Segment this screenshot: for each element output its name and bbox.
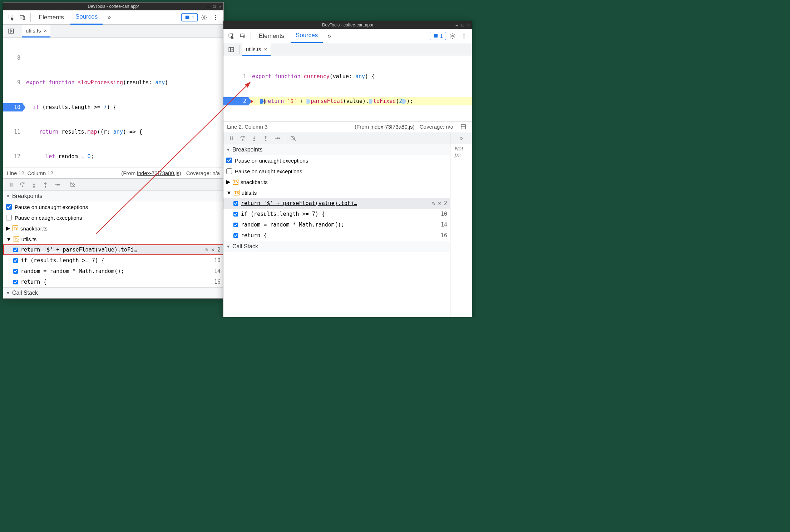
pause-uncaught-checkbox[interactable] [6, 204, 12, 210]
debug-right-pane: » Not pa [450, 132, 472, 317]
deactivate-breakpoints-icon[interactable] [288, 133, 298, 143]
file-label: snackbar.ts [241, 179, 268, 185]
device-icon[interactable] [238, 31, 248, 41]
pause-caught-checkbox[interactable] [226, 168, 232, 174]
line-number-bp[interactable]: 2 [223, 97, 248, 105]
breakpoint-entry[interactable]: random = random * Math.random(); 14 [223, 219, 450, 230]
breakpoint-checkbox[interactable] [233, 201, 238, 206]
issues-button[interactable]: 1 [430, 32, 446, 40]
pause-caught-checkbox[interactable] [6, 215, 12, 220]
disclosure-icon: ▼ [6, 194, 10, 198]
inspect-icon[interactable] [6, 13, 16, 23]
show-coverage-icon[interactable] [458, 122, 468, 132]
breakpoint-checkbox[interactable] [233, 233, 238, 238]
breakpoint-file-snackbar[interactable]: ▶ TS snackbar.ts [3, 223, 223, 234]
toggle-navigator-icon[interactable] [6, 26, 16, 36]
code-editor[interactable]: 8 9export function slowProcessing(result… [3, 38, 223, 168]
breakpoints-header[interactable]: ▼ Breakpoints [223, 144, 450, 155]
line-number[interactable]: 12 [3, 153, 23, 161]
breakpoint-checkbox[interactable] [13, 280, 18, 284]
breakpoint-checkbox[interactable] [13, 269, 18, 274]
svg-point-15 [59, 184, 60, 185]
step-into-icon[interactable] [249, 133, 259, 143]
remove-icon[interactable]: × [211, 247, 214, 253]
pause-icon[interactable] [226, 133, 236, 143]
disclosure-icon: ▼ [226, 148, 230, 152]
pause-uncaught-row[interactable]: Pause on uncaught exceptions [223, 155, 450, 166]
breakpoint-entry[interactable]: return { 16 [223, 230, 450, 241]
tab-sources[interactable]: Sources [70, 10, 103, 25]
step-icon[interactable] [52, 180, 62, 190]
minimize-button[interactable]: – [456, 23, 458, 27]
more-tabs-icon[interactable]: » [324, 31, 334, 41]
step-out-icon[interactable] [261, 133, 271, 143]
line-number[interactable]: 8 [3, 54, 23, 62]
deactivate-breakpoints-icon[interactable] [68, 180, 78, 190]
line-number-bp[interactable]: 10 [3, 103, 23, 111]
breakpoint-checkbox[interactable] [233, 223, 238, 227]
inline-breakpoint-icon[interactable] [306, 99, 310, 104]
pause-icon[interactable] [6, 180, 16, 190]
remove-icon[interactable]: × [438, 200, 441, 207]
breakpoint-checkbox[interactable] [13, 258, 18, 263]
filetab-utils[interactable]: utils.ts × [22, 25, 50, 38]
step-over-icon[interactable] [18, 180, 28, 190]
close-button[interactable]: × [468, 23, 470, 27]
breakpoints-header[interactable]: ▼ Breakpoints [3, 191, 223, 202]
edit-icon[interactable]: ✎ [205, 247, 208, 253]
inspect-icon[interactable] [226, 31, 236, 41]
step-over-icon[interactable] [238, 133, 248, 143]
line-number[interactable]: 1 [223, 73, 248, 81]
pause-caught-row[interactable]: Pause on caught exceptions [223, 166, 450, 176]
step-into-icon[interactable] [29, 180, 39, 190]
breakpoint-checkbox[interactable] [233, 212, 238, 217]
breakpoint-entry[interactable]: return '$' + parseFloat(value).toFi… ✎×2 [3, 244, 223, 255]
gear-icon[interactable] [199, 13, 209, 23]
issues-button[interactable]: 1 [181, 13, 198, 21]
close-icon[interactable]: × [264, 46, 267, 52]
breakpoint-file-snackbar[interactable]: ▶ TS snackbar.ts [223, 176, 450, 187]
more-tabs-icon[interactable]: » [104, 13, 114, 23]
code-editor[interactable]: 1export function currency(value: any) { … [223, 56, 472, 121]
step-out-icon[interactable] [40, 180, 50, 190]
maximize-button[interactable]: □ [213, 4, 216, 9]
source-link[interactable]: index-73f73a80.js [370, 124, 413, 130]
device-icon[interactable] [18, 13, 28, 23]
kebab-icon[interactable] [211, 13, 221, 23]
minimize-button[interactable]: – [207, 4, 209, 9]
close-button[interactable]: × [219, 4, 221, 9]
toggle-navigator-icon[interactable] [226, 45, 236, 55]
breakpoint-label: if (results.length >= 7) { [21, 257, 105, 264]
window-title: DevTools - coffee-cart.app/ [322, 23, 373, 28]
maximize-button[interactable]: □ [461, 23, 464, 27]
line-number[interactable]: 11 [3, 128, 23, 136]
tab-sources[interactable]: Sources [291, 29, 323, 43]
breakpoint-file-utils[interactable]: ▼ TS utils.ts [3, 234, 223, 244]
breakpoint-entry[interactable]: if (results.length >= 7) { 10 [223, 209, 450, 219]
source-link[interactable]: index-73f73a80.js [137, 170, 179, 176]
pause-uncaught-row[interactable]: Pause on uncaught exceptions [3, 202, 223, 212]
inline-breakpoint-icon[interactable] [402, 99, 406, 104]
pause-caught-row[interactable]: Pause on caught exceptions [3, 212, 223, 223]
breakpoint-entry[interactable]: random = random * Math.random(); 14 [3, 266, 223, 277]
breakpoint-entry[interactable]: if (results.length >= 7) { 10 [3, 255, 223, 266]
tab-elements[interactable]: Elements [34, 10, 69, 25]
breakpoint-checkbox[interactable] [13, 248, 18, 252]
gear-icon[interactable] [448, 31, 458, 41]
close-icon[interactable]: × [44, 28, 47, 34]
more-icon[interactable]: » [456, 133, 466, 143]
pause-uncaught-checkbox[interactable] [226, 158, 232, 163]
inline-breakpoint-icon[interactable] [369, 99, 373, 104]
tab-elements[interactable]: Elements [254, 29, 289, 43]
breakpoint-entry[interactable]: return { 16 [3, 277, 223, 287]
callstack-header[interactable]: ▼ Call Stack [223, 241, 450, 252]
callstack-header[interactable]: ▼ Call Stack [3, 288, 223, 298]
breakpoint-file-utils[interactable]: ▼ TS utils.ts [223, 187, 450, 198]
inline-breakpoint-icon[interactable] [260, 99, 264, 104]
step-icon[interactable] [272, 133, 282, 143]
kebab-icon[interactable] [459, 31, 469, 41]
line-number[interactable]: 9 [3, 79, 23, 87]
breakpoint-entry[interactable]: return '$' + parseFloat(value).toFi… ✎×2 [223, 198, 450, 209]
edit-icon[interactable]: ✎ [432, 200, 435, 207]
filetab-utils[interactable]: utils.ts × [242, 43, 271, 56]
